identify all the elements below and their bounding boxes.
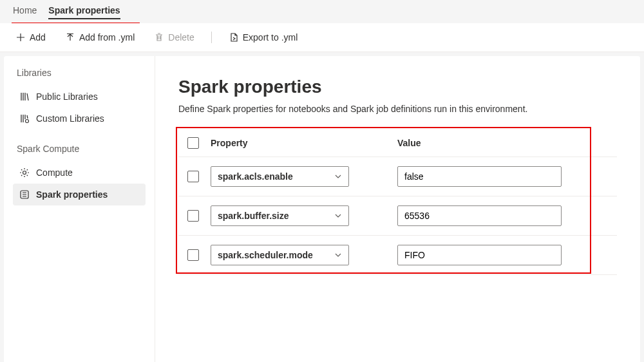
property-dropdown[interactable]: spark.scheduler.mode bbox=[211, 245, 349, 265]
sidebar-item-label: Compute bbox=[36, 167, 73, 178]
export-label: Export to .yml bbox=[243, 32, 298, 43]
value-input[interactable] bbox=[397, 245, 562, 265]
dropdown-value: spark.acls.enable bbox=[218, 171, 293, 182]
property-dropdown[interactable]: spark.acls.enable bbox=[211, 166, 349, 187]
row-checkbox[interactable] bbox=[187, 210, 199, 222]
export-icon bbox=[229, 32, 239, 43]
delete-label: Delete bbox=[168, 32, 194, 43]
add-button[interactable]: Add bbox=[13, 28, 48, 46]
add-from-yml-label: Add from .yml bbox=[79, 32, 135, 43]
add-label: Add bbox=[30, 32, 46, 43]
add-from-yml-button[interactable]: Add from .yml bbox=[62, 28, 137, 46]
dropdown-value: spark.buffer.size bbox=[218, 211, 289, 221]
library-icon bbox=[19, 91, 30, 102]
dropdown-value: spark.scheduler.mode bbox=[218, 250, 313, 260]
svg-point-1 bbox=[23, 171, 26, 175]
sidebar-item-public-libraries[interactable]: Public Libraries bbox=[13, 86, 146, 108]
sidebar-item-custom-libraries[interactable]: Custom Libraries bbox=[13, 108, 146, 129]
chevron-down-icon bbox=[334, 212, 342, 220]
select-all-checkbox[interactable] bbox=[187, 137, 199, 149]
toolbar: Add Add from .yml Delete Export to .yml bbox=[0, 23, 644, 52]
table-header: Property Value bbox=[178, 132, 617, 157]
table-row: spark.acls.enable bbox=[178, 157, 617, 196]
header-property: Property bbox=[211, 138, 397, 148]
sidebar-item-spark-properties[interactable]: Spark properties bbox=[13, 184, 146, 205]
header-value: Value bbox=[397, 138, 608, 148]
sidebar: Libraries Public Libraries Custom Librar… bbox=[4, 56, 155, 362]
toolbar-divider bbox=[211, 32, 212, 43]
upload-icon bbox=[65, 32, 75, 43]
library-gear-icon bbox=[19, 113, 30, 124]
row-checkbox[interactable] bbox=[187, 171, 199, 182]
property-dropdown[interactable]: spark.buffer.size bbox=[211, 205, 349, 226]
gear-icon bbox=[19, 167, 30, 178]
value-input[interactable] bbox=[397, 166, 562, 187]
properties-table: Property Value spark.acls.enable bbox=[178, 132, 617, 275]
sidebar-section-compute: Spark Compute bbox=[13, 144, 146, 154]
sidebar-item-label: Custom Libraries bbox=[36, 113, 104, 124]
breadcrumb-home[interactable]: Home bbox=[13, 5, 37, 19]
chevron-down-icon bbox=[334, 251, 342, 259]
table-row: spark.buffer.size bbox=[178, 196, 617, 236]
value-input[interactable] bbox=[397, 205, 562, 226]
sidebar-item-compute[interactable]: Compute bbox=[13, 162, 146, 184]
main-area: Libraries Public Libraries Custom Librar… bbox=[4, 56, 640, 362]
export-button[interactable]: Export to .yml bbox=[226, 28, 301, 46]
trash-icon bbox=[154, 32, 164, 43]
table-row: spark.scheduler.mode bbox=[178, 236, 617, 275]
sidebar-item-label: Public Libraries bbox=[36, 91, 98, 102]
plus-icon bbox=[15, 32, 26, 43]
sidebar-item-label: Spark properties bbox=[36, 189, 108, 200]
svg-point-0 bbox=[26, 120, 29, 123]
properties-table-wrap: Property Value spark.acls.enable bbox=[178, 132, 617, 275]
breadcrumb: Home Spark properties bbox=[0, 0, 644, 23]
list-icon bbox=[19, 189, 30, 200]
chevron-down-icon bbox=[334, 173, 342, 180]
page-description: Define Spark properties for notebooks an… bbox=[178, 104, 617, 114]
row-checkbox[interactable] bbox=[187, 249, 199, 261]
content-pane: Spark properties Define Spark properties… bbox=[155, 56, 640, 362]
page-title: Spark properties bbox=[178, 77, 617, 97]
delete-button[interactable]: Delete bbox=[151, 28, 196, 46]
breadcrumb-current[interactable]: Spark properties bbox=[48, 5, 120, 19]
sidebar-section-libraries: Libraries bbox=[13, 68, 146, 78]
